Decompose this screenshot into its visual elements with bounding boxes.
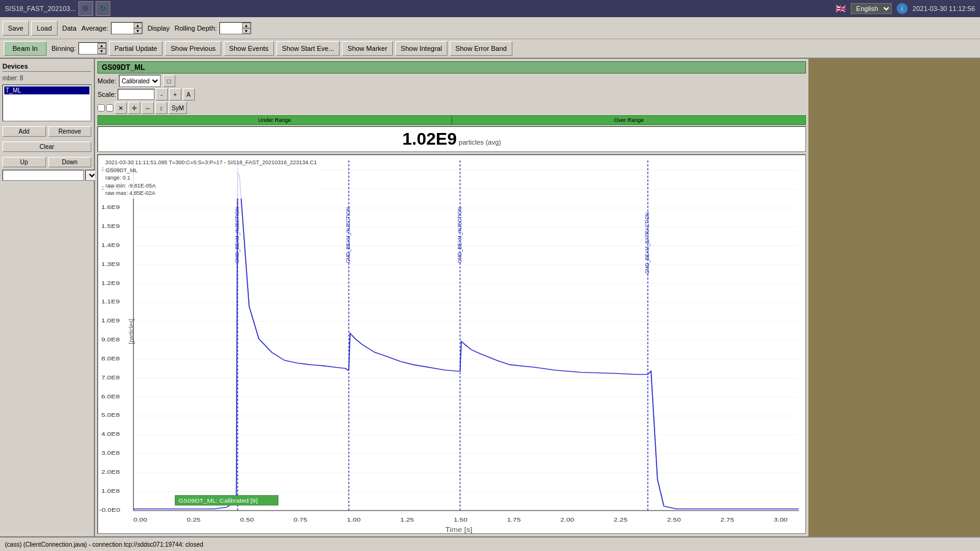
device-list[interactable]: T_ML	[2, 85, 91, 121]
clear-button[interactable]: Clear	[2, 142, 91, 152]
filter-row: ▼	[2, 170, 91, 181]
move-tool-btn[interactable]: ✛	[128, 102, 140, 114]
down-button[interactable]: Down	[48, 157, 92, 167]
average-up-arrow[interactable]: ▲	[134, 23, 142, 28]
chart-area[interactable]: 2021-03-30 11:11:51.095 T=300:C=5:S=3:P=…	[97, 154, 806, 534]
under-range-bar: Under Range	[97, 115, 452, 125]
signal-header: GS09DT_ML	[97, 61, 806, 74]
show-previous-button[interactable]: Show Previous	[165, 41, 221, 56]
add-remove-row: Add Remove	[2, 126, 91, 137]
binning-arrows: ▲ ▼	[97, 43, 106, 54]
scale-row: Scale: 1.89E9 - + A	[97, 88, 806, 101]
binning-input[interactable]: 1	[79, 44, 97, 53]
average-arrows: ▲ ▼	[134, 23, 142, 34]
remove-button[interactable]: Remove	[48, 126, 92, 137]
info-button[interactable]: i	[897, 3, 908, 14]
rolling-depth-down-arrow[interactable]: ▼	[242, 28, 251, 34]
average-down-arrow[interactable]: ▼	[134, 28, 142, 34]
clear-row: Clear	[2, 142, 91, 152]
rolling-depth-spinbox[interactable]: 1 ▲ ▼	[219, 22, 251, 34]
binning-up-arrow[interactable]: ▲	[97, 43, 106, 48]
svg-text:5.0E8: 5.0E8	[101, 411, 120, 418]
scale-input[interactable]: 1.89E9	[118, 89, 154, 100]
devices-section-label: Devices	[2, 61, 91, 72]
binning-spinbox[interactable]: 1 ▲ ▼	[78, 42, 107, 55]
show-start-eve-button[interactable]: Show Start Eve...	[276, 41, 340, 56]
svg-text:4.0E8: 4.0E8	[101, 430, 120, 437]
over-range-bar: Over Range	[452, 115, 806, 125]
device-item[interactable]: T_ML	[4, 86, 89, 94]
value-big: 1.02E9	[403, 129, 457, 148]
mode-select[interactable]: Calibrated	[119, 75, 161, 87]
data-label: Data	[63, 25, 77, 32]
datetime-display: 2021-03-30 11:12:56	[913, 5, 975, 12]
svg-text:1.0E8: 1.0E8	[101, 487, 120, 494]
cross-tool-btn[interactable]: ✕	[115, 102, 127, 114]
show-error-band-button[interactable]: Show Error Band	[450, 41, 512, 56]
svg-text:0.00: 0.00	[134, 516, 148, 523]
cs-tool-row: ✕ ✛ ↔ ↕ SyM	[97, 102, 806, 114]
range-bars: Under Range Over Range	[97, 115, 806, 125]
binning-down-arrow[interactable]: ▼	[97, 48, 106, 54]
status-bar: (cass) (ClientConnection.java) - connect…	[0, 536, 980, 551]
svg-text:1.25: 1.25	[400, 516, 414, 523]
svg-text:GS09DT_ML: Calibrated [9]: GS09DT_ML: Calibrated [9]	[178, 498, 257, 504]
sym-btn[interactable]: SyM	[169, 102, 187, 114]
svg-text:CMD_BEAM_INJECTION: CMD_BEAM_INJECTION	[456, 207, 463, 263]
chart-panel: GS09DT_ML Mode: Calibrated □ Scale: 1.89…	[95, 59, 808, 536]
rolling-depth-input[interactable]: 1	[220, 24, 242, 32]
scale-minus-btn[interactable]: -	[156, 88, 168, 101]
beam-in-button[interactable]: Beam In	[4, 41, 47, 56]
right-dark-panel	[808, 59, 980, 536]
svg-text:1.00: 1.00	[347, 516, 361, 523]
show-integral-button[interactable]: Show Integral	[395, 41, 447, 56]
svg-rect-0	[98, 155, 805, 533]
add-button[interactable]: Add	[2, 126, 46, 137]
up-button[interactable]: Up	[2, 157, 46, 167]
value-display: 1.02E9 particles (avg)	[97, 126, 806, 152]
mode-extra-btn[interactable]: □	[163, 75, 175, 87]
partial-update-button[interactable]: Partial Update	[109, 41, 163, 56]
tools-button[interactable]: ⚙	[78, 1, 93, 16]
svg-text:1.5E9: 1.5E9	[101, 222, 120, 229]
scale-plus-btn[interactable]: +	[169, 88, 181, 101]
chart-info: 2021-03-30 11:11:51.095 T=300:C=5:S=3:P=…	[103, 158, 319, 199]
svg-text:1.0E9: 1.0E9	[101, 317, 120, 324]
scale-auto-btn[interactable]: A	[183, 88, 195, 101]
toolbar-beam: Beam In Binning: 1 ▲ ▼ Partial Update Sh…	[0, 39, 980, 59]
svg-text:3.0E8: 3.0E8	[101, 449, 120, 456]
rolling-depth-up-arrow[interactable]: ▲	[242, 23, 251, 28]
svg-text:2.00: 2.00	[560, 516, 574, 523]
mode-label: Mode:	[97, 77, 116, 85]
expand-h-btn[interactable]: ↔	[142, 102, 154, 114]
language-select[interactable]: English	[851, 3, 892, 14]
average-spinbox[interactable]: 1 ▲ ▼	[111, 22, 143, 34]
chart-svg: 1.8E9 1.7E9 1.6E9 1.5E9 1.4E9 1.3E9 1.2E…	[98, 155, 805, 533]
binning-label: Binning:	[51, 45, 76, 52]
svg-text:9.0E8: 9.0E8	[101, 336, 120, 343]
svg-text:1.1E9: 1.1E9	[101, 298, 120, 305]
chart-raw-min: raw min: -9.81E-05A	[105, 182, 317, 190]
svg-text:0.25: 0.25	[187, 516, 201, 523]
svg-text:CMD_BEAM_EXTRACTION: CMD_BEAM_EXTRACTION	[644, 212, 650, 273]
expand-v-btn[interactable]: ↕	[155, 102, 167, 114]
svg-text:-0.0E0: -0.0E0	[99, 506, 120, 513]
svg-text:2.25: 2.25	[613, 516, 628, 523]
filter-input[interactable]	[2, 170, 84, 181]
average-input[interactable]: 1	[112, 24, 134, 32]
refresh-button[interactable]: ↻	[96, 1, 110, 16]
svg-text:2.75: 2.75	[721, 516, 735, 523]
svg-text:1.6E9: 1.6E9	[101, 203, 120, 210]
title-bar-left: SIS18_FAST_202103... ⚙ ↻	[5, 1, 830, 16]
s-checkbox[interactable]	[106, 104, 113, 112]
svg-text:1.2E9: 1.2E9	[101, 279, 120, 286]
member-info: mber: 8	[2, 74, 91, 82]
show-events-button[interactable]: Show Events	[224, 41, 274, 56]
save-button[interactable]: Save	[2, 21, 29, 36]
c-checkbox[interactable]	[97, 104, 105, 112]
left-panel: Devices mber: 8 T_ML Add Remove Clear Up…	[0, 59, 95, 536]
chart-raw-max: raw max: 4.85E-02A	[105, 189, 317, 197]
svg-text:1.75: 1.75	[507, 516, 521, 523]
load-button[interactable]: Load	[31, 21, 57, 36]
show-marker-button[interactable]: Show Marker	[342, 41, 393, 56]
